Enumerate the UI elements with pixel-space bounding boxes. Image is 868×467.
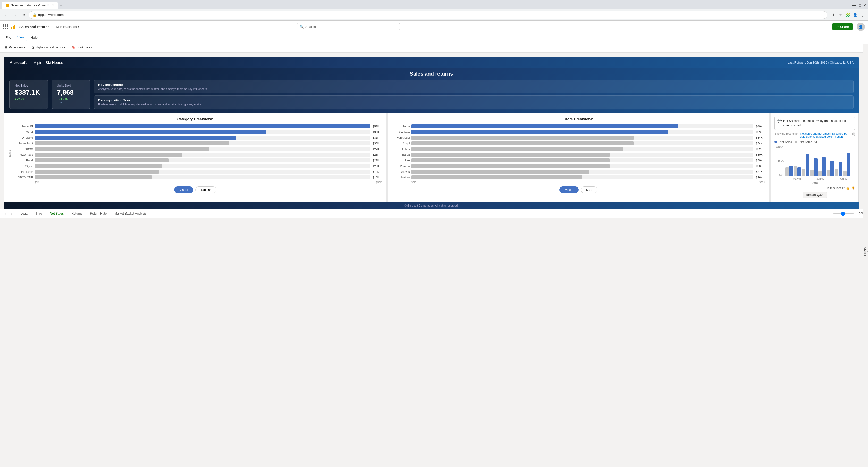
list-item: Contoso $39K	[392, 130, 766, 134]
page-view-chevron: ▾	[24, 46, 26, 49]
new-tab-button[interactable]: +	[58, 3, 65, 8]
forward-button[interactable]: →	[11, 11, 19, 19]
contrast-icon: ◑	[32, 46, 34, 49]
copyright-text: ©Microsoft Corporation. All rights reser…	[4, 202, 859, 209]
tab-return-rate[interactable]: Return Rate	[86, 210, 110, 217]
column-chart-bars	[785, 145, 855, 176]
list-item: VanArsdel $34K	[392, 136, 766, 140]
category-breakdown-panel: Category Breakdown Product Power BI $52K…	[4, 113, 388, 202]
category-y-axis-label: Product	[8, 150, 11, 158]
qa-legend: Net Sales Net Sales PM	[774, 140, 855, 143]
qa-icon: 💬	[777, 119, 782, 123]
settings-icon[interactable]: ⋮	[859, 12, 865, 18]
list-item: Leo $30K	[392, 158, 766, 163]
list-item	[835, 162, 842, 176]
zoom-slider[interactable]	[833, 213, 854, 214]
share-button[interactable]: ↗ Share	[832, 23, 852, 30]
page-view-button[interactable]: ⊞ Page view ▾	[3, 45, 28, 50]
list-item: PowerPoint $30K	[12, 141, 382, 145]
bottom-tabs: ‹ › Legal Intro Net Sales Returns Return…	[0, 209, 868, 218]
qa-panel: 💬 Net Sales vs net sales PM by date as s…	[771, 113, 859, 202]
info-icon[interactable]: i	[852, 132, 855, 136]
tab-intro[interactable]: Intro	[32, 210, 45, 217]
tab-legal[interactable]: Legal	[17, 210, 32, 217]
share-page-icon[interactable]: ⬆	[830, 12, 837, 18]
ai-decomposition-tree[interactable]: Decomposition Tree Enables users to dril…	[94, 95, 854, 109]
back-button[interactable]: ←	[3, 11, 10, 19]
list-item: Pomum $30K	[392, 164, 766, 168]
kpi-net-sales: Net Sales $387.1K +72.7% — ~	[9, 80, 48, 109]
thumbs-down-icon[interactable]: 👎	[851, 186, 855, 190]
lock-icon: 🔒	[33, 13, 37, 17]
next-page-button[interactable]: ›	[9, 211, 14, 216]
app-grid-icon[interactable]	[3, 24, 8, 29]
powerbi-logo-icon	[10, 24, 17, 30]
category-tab-tabular[interactable]: Tabular	[195, 186, 216, 193]
nav-separator: |	[52, 24, 54, 29]
bookmarks-button[interactable]: 🔖 Bookmarks	[69, 45, 94, 50]
workspace-selector[interactable]: Non-Business ▾	[56, 25, 79, 29]
close-window-button[interactable]: ×	[864, 3, 866, 8]
store-axis-labels: $0K $50K	[392, 181, 766, 184]
prev-page-button[interactable]: ‹	[3, 211, 8, 216]
pbi-logo	[10, 24, 17, 30]
active-tab[interactable]: Sales and returns - Power BI ×	[2, 2, 58, 9]
maximize-button[interactable]: □	[859, 3, 861, 7]
report-title: Sales and returns	[410, 71, 453, 77]
report-header: Microsoft | Alpine Ski House Last Refres…	[4, 57, 859, 68]
svg-rect-3	[16, 27, 16, 29]
restart-qa-button[interactable]: Restart Q&A	[803, 192, 827, 198]
search-input[interactable]	[305, 25, 397, 29]
list-item: Fama $40K	[392, 124, 766, 128]
filters-panel[interactable]: Filters ›	[863, 44, 868, 218]
list-item: Barba $30K	[392, 153, 766, 157]
tab-returns[interactable]: Returns	[68, 210, 86, 217]
list-item: OneNote $31K	[12, 136, 382, 140]
thumbs-up-icon[interactable]: 👍	[846, 186, 850, 190]
store-breakdown-panel: Store Breakdown Fama $40K Contoso $39K V…	[388, 113, 771, 202]
qa-input-box[interactable]: 💬 Net Sales vs net sales PM by date as s…	[774, 117, 855, 130]
menu-bar: File View Help	[0, 33, 868, 42]
bookmark-icon: 🔖	[72, 46, 75, 49]
ai-cards-container: Key Influencers Analyzes your data, rank…	[94, 80, 854, 109]
tab-title: Sales and returns - Power BI	[11, 4, 50, 7]
category-chart-tabs: Visual Tabular	[8, 186, 382, 193]
store-bar-chart: Fama $40K Contoso $39K VanArsdel $34K Al…	[392, 124, 766, 179]
list-item: Abbas $32K	[392, 147, 766, 151]
list-item	[802, 154, 809, 176]
category-tab-visual[interactable]: Visual	[174, 186, 193, 193]
tab-market-basket[interactable]: Market Basket Analysis	[111, 210, 150, 217]
store-tab-map[interactable]: Map	[581, 186, 597, 193]
qa-showing: Showing results for Net sales and net sa…	[774, 132, 855, 138]
menu-help[interactable]: Help	[28, 34, 40, 41]
search-icon: 🔍	[300, 25, 304, 29]
menu-view[interactable]: View	[15, 34, 27, 41]
list-item: XBOX ONE $18K	[12, 175, 382, 179]
list-item: Aliqui $34K	[392, 141, 766, 145]
extensions-icon[interactable]: 🧩	[845, 12, 851, 18]
report-name: Sales and returns	[19, 25, 50, 29]
profile-icon[interactable]: 👤	[852, 12, 858, 18]
user-avatar[interactable]: 👤	[857, 23, 865, 31]
ai-key-influencers[interactable]: Key Influencers Analyzes your data, rank…	[94, 80, 854, 93]
tab-favicon	[6, 4, 9, 7]
list-item: XBOX $27K	[12, 147, 382, 151]
address-url: app.powerbi.com	[38, 13, 64, 17]
svg-rect-0	[11, 27, 12, 29]
list-item	[843, 153, 850, 176]
minimize-button[interactable]: —	[852, 3, 856, 8]
store-tab-visual[interactable]: Visual	[559, 186, 579, 193]
zoom-out-icon[interactable]: −	[830, 212, 832, 215]
menu-file[interactable]: File	[3, 34, 14, 41]
list-item	[785, 166, 793, 176]
refresh-button[interactable]: ↻	[20, 11, 27, 19]
list-item	[827, 161, 834, 176]
tab-close-button[interactable]: ×	[52, 3, 54, 7]
tab-net-sales[interactable]: Net Sales	[46, 210, 67, 217]
high-contrast-button[interactable]: ◑ High-contrast colors ▾	[30, 45, 67, 50]
address-bar-row: ← → ↻ 🔒 app.powerbi.com ⬆ ☆ 🧩 👤 ⋮	[0, 9, 868, 21]
bookmark-star-icon[interactable]: ☆	[838, 12, 844, 18]
zoom-in-icon[interactable]: +	[856, 212, 857, 215]
svg-rect-2	[14, 25, 15, 29]
address-box[interactable]: 🔒 app.powerbi.com	[29, 11, 827, 19]
